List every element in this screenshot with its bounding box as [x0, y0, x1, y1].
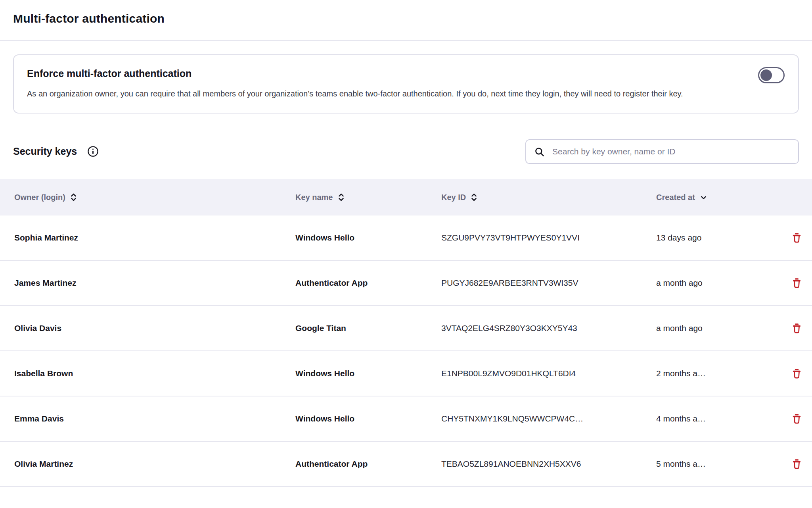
owner-cell: Isabella Brown [14, 369, 295, 378]
created-at-cell: 13 days ago [656, 233, 781, 242]
key-id-cell: CHY5TNXMY1K9LNQ5WWCPW4C… [441, 414, 656, 423]
enforce-mfa-description: As an organization owner, you can requir… [27, 87, 741, 101]
column-header-owner[interactable]: Owner (login) [14, 193, 295, 202]
created-at-cell: 4 months a… [656, 414, 781, 423]
table-row: Isabella Brown Windows Hello E1NPB00L9ZM… [0, 351, 812, 396]
delete-key-button[interactable] [788, 365, 805, 382]
delete-key-button[interactable] [788, 229, 805, 246]
search-box [525, 139, 799, 164]
chevron-down-icon [700, 194, 707, 201]
security-keys-title: Security keys [13, 146, 77, 157]
page-title: Multi-factor authentication [13, 12, 799, 25]
info-circle-icon[interactable] [87, 146, 99, 157]
page-header: Multi-factor authentication [0, 0, 812, 41]
owner-cell: Olivia Martinez [14, 459, 295, 469]
trash-icon [791, 233, 802, 243]
search-input[interactable] [525, 139, 799, 164]
created-at-cell: 2 months a… [656, 369, 781, 378]
owner-cell: James Martinez [14, 278, 295, 288]
sort-up-down-icon [471, 193, 477, 202]
trash-icon [791, 368, 802, 379]
key-name-cell: Windows Hello [295, 414, 441, 423]
owner-cell: Olivia Davis [14, 323, 295, 333]
column-header-key-id[interactable]: Key ID [441, 193, 656, 202]
delete-key-button[interactable] [788, 274, 805, 292]
key-id-cell: PUGYJ682E9ARBEE3RNTV3WI35V [441, 278, 656, 288]
key-id-cell: SZGU9PVY73VT9HTPWYES0Y1VVI [441, 233, 656, 242]
created-at-cell: a month ago [656, 278, 781, 288]
table-row: Olivia Martinez Authenticator App TEBAO5… [0, 442, 812, 487]
enforce-mfa-card: Enforce multi-factor authentication As a… [13, 54, 799, 114]
key-name-cell: Authenticator App [295, 278, 441, 288]
column-header-key-name[interactable]: Key name [295, 193, 441, 202]
delete-key-button[interactable] [788, 410, 805, 427]
security-keys-table: Owner (login) Key name Key ID Created at [0, 179, 812, 487]
created-at-cell: a month ago [656, 323, 781, 333]
sort-up-down-icon [338, 193, 345, 202]
key-id-cell: 3VTAQ2ELG4SRZ80Y3O3KXY5Y43 [441, 323, 656, 333]
key-id-cell: TEBAO5ZL891ANOEBNN2XH5XXV6 [441, 459, 656, 469]
key-name-cell: Google Titan [295, 323, 441, 333]
delete-key-button[interactable] [788, 455, 805, 473]
table-row: Sophia Martinez Windows Hello SZGU9PVY73… [0, 216, 812, 261]
created-at-cell: 5 months a… [656, 459, 781, 469]
owner-cell: Sophia Martinez [14, 233, 295, 242]
trash-icon [791, 323, 802, 334]
table-row: Emma Davis Windows Hello CHY5TNXMY1K9LNQ… [0, 396, 812, 442]
table-row: Olivia Davis Google Titan 3VTAQ2ELG4SRZ8… [0, 306, 812, 351]
key-name-cell: Authenticator App [295, 459, 441, 469]
security-keys-section-header: Security keys [13, 139, 799, 164]
key-name-cell: Windows Hello [295, 369, 441, 378]
toggle-knob-icon [760, 69, 772, 81]
trash-icon [791, 278, 802, 289]
owner-cell: Emma Davis [14, 414, 295, 423]
sort-up-down-icon [70, 193, 77, 202]
key-id-cell: E1NPB00L9ZMVO9D01HKQLT6DI4 [441, 369, 656, 378]
delete-key-button[interactable] [788, 319, 805, 337]
enforce-mfa-toggle[interactable] [758, 67, 785, 83]
enforce-mfa-title: Enforce multi-factor authentication [27, 68, 785, 79]
table-row: James Martinez Authenticator App PUGYJ68… [0, 261, 812, 306]
column-header-created-at[interactable]: Created at [656, 193, 781, 202]
trash-icon [791, 459, 802, 470]
table-header-row: Owner (login) Key name Key ID Created at [0, 179, 812, 216]
trash-icon [791, 414, 802, 424]
key-name-cell: Windows Hello [295, 233, 441, 242]
